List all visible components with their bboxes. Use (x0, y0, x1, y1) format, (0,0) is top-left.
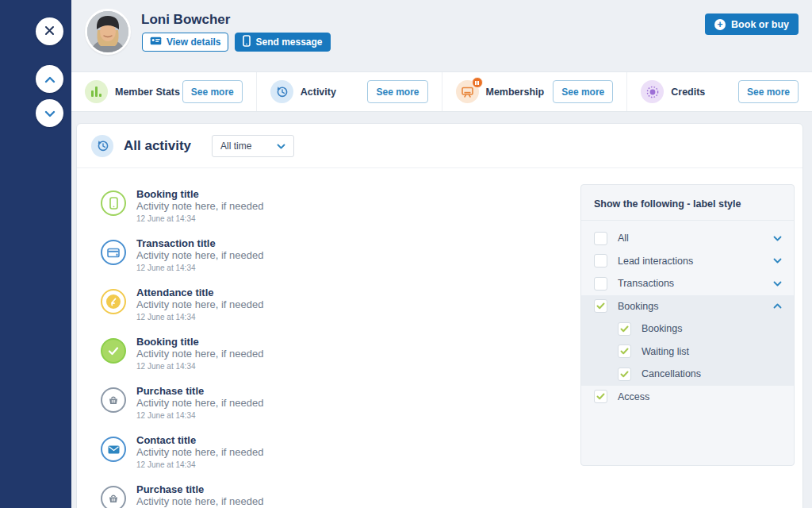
membership-card: Membership See more (442, 72, 627, 111)
activity-timestamp: 12 June at 14:34 (136, 214, 263, 223)
activity-title: Transaction title (136, 237, 263, 249)
scroll-up-button[interactable] (36, 65, 63, 93)
activity-title: Purchase title (136, 483, 263, 495)
activity-timestamp: 12 June at 14:34 (136, 411, 263, 420)
activity-title: Contact title (136, 434, 263, 446)
checkbox-checked[interactable] (618, 368, 631, 381)
history-icon (91, 135, 113, 157)
activity-timestamp: 12 June at 14:34 (136, 460, 263, 469)
filter-option-bookings[interactable]: Bookings (581, 295, 794, 318)
see-more-button[interactable]: See more (553, 80, 613, 103)
filter-option-label: Waiting list (642, 346, 689, 357)
filter-option-label: Lead interactions (618, 256, 693, 267)
activity-title: Booking title (136, 336, 263, 348)
paused-badge (472, 77, 483, 88)
list-item: Booking title Activity note here, if nee… (101, 190, 545, 240)
time-filter-value: All time (220, 140, 251, 152)
checkbox-unchecked[interactable] (594, 277, 607, 291)
activity-title: Attendance title (136, 287, 263, 298)
credits-card: Credits See more (626, 72, 812, 111)
activity-note: Activity note here, if needed (136, 298, 263, 310)
list-item: Purchase title Activity note here, if ne… (101, 486, 545, 508)
filter-option-label: Bookings (618, 301, 658, 312)
close-icon (44, 25, 55, 39)
chevron-down-icon (44, 106, 56, 121)
send-message-button[interactable]: Send message (235, 33, 330, 52)
panel-header: All activity All time (77, 124, 802, 168)
filter-option-all[interactable]: All (581, 227, 794, 250)
see-more-button[interactable]: See more (738, 80, 799, 103)
card-label: Credits (671, 87, 705, 98)
activity-note: Activity note here, if needed (136, 495, 263, 507)
list-item: Attendance title Activity note here, if … (101, 289, 545, 338)
filter-option-label: All (618, 233, 629, 244)
panel-title: All activity (124, 138, 191, 154)
activity-timestamp: 12 June at 14:34 (136, 264, 263, 272)
plus-icon: + (714, 19, 726, 30)
checkbox-unchecked[interactable] (594, 254, 607, 267)
filter-option-label: Access (618, 391, 649, 402)
activity-note: Activity note here, if needed (136, 348, 263, 360)
chevron-down-icon[interactable] (773, 258, 782, 264)
filter-option-label: Bookings (642, 323, 682, 334)
bar-chart-icon (85, 80, 108, 103)
card-label: Activity (301, 87, 336, 98)
chevron-down-icon[interactable] (773, 281, 782, 287)
mail-icon (101, 437, 126, 462)
list-item: Booking title Activity note here, if nee… (101, 338, 545, 387)
book-or-buy-label: Book or buy (731, 19, 789, 30)
activity-filter-panel: Show the following - label style All Lea… (580, 184, 795, 466)
all-activity-panel: All activity All time Booking title Acti… (76, 123, 803, 508)
member-stats-card: Member Stats See more (71, 72, 256, 111)
filter-suboption-waiting-list[interactable]: Waiting list (581, 341, 794, 364)
membership-card-icon (456, 80, 479, 103)
chevron-down-icon[interactable] (773, 236, 782, 241)
list-item: Transaction title Activity note here, if… (101, 240, 545, 289)
list-item: Contact title Activity note here, if nee… (101, 437, 545, 486)
credit-card-icon (101, 240, 126, 265)
phone-icon (101, 190, 126, 216)
see-more-button[interactable]: See more (182, 80, 243, 103)
activity-note: Activity note here, if needed (136, 249, 263, 261)
activity-note: Activity note here, if needed (136, 446, 263, 458)
checkbox-unchecked[interactable] (594, 232, 607, 245)
filter-option-label: Transactions (618, 278, 674, 289)
activity-card: Activity See more (256, 72, 442, 111)
filter-option-lead-interactions[interactable]: Lead interactions (581, 250, 794, 273)
filter-option-transactions[interactable]: Transactions (581, 272, 794, 295)
time-filter-dropdown[interactable]: All time (212, 135, 294, 157)
basket-icon (101, 387, 126, 413)
activity-title: Booking title (136, 188, 263, 200)
history-icon (270, 80, 293, 103)
left-sidebar (0, 0, 71, 508)
view-details-button[interactable]: View details (142, 33, 228, 52)
chevron-up-icon[interactable] (773, 303, 782, 309)
id-card-icon (150, 37, 162, 48)
filter-option-label: Cancellations (642, 368, 701, 379)
checkbox-checked[interactable] (594, 390, 607, 403)
view-details-label: View details (167, 37, 220, 48)
scroll-down-button[interactable] (36, 99, 63, 127)
checkbox-checked[interactable] (618, 322, 631, 336)
checkbox-checked[interactable] (618, 344, 631, 358)
close-button[interactable] (36, 17, 63, 45)
activity-list: Booking title Activity note here, if nee… (101, 190, 545, 508)
filter-suboption-cancellations[interactable]: Cancellations (581, 363, 794, 386)
activity-note: Activity note here, if needed (136, 200, 263, 212)
book-or-buy-button[interactable]: + Book or buy (705, 13, 799, 35)
card-label: Member Stats (115, 87, 180, 98)
avatar (85, 9, 131, 55)
list-item: Purchase title Activity note here, if ne… (101, 387, 545, 437)
see-more-button[interactable]: See more (367, 80, 427, 103)
activity-note: Activity note here, if needed (136, 397, 263, 409)
filter-options: All Lead interactions Transactions (581, 221, 794, 408)
filter-option-access[interactable]: Access (581, 386, 794, 409)
tap-icon (101, 289, 126, 314)
activity-timestamp: 12 June at 14:34 (136, 362, 263, 371)
checkbox-checked[interactable] (594, 299, 607, 313)
filter-panel-title: Show the following - label style (581, 185, 794, 221)
filter-suboption-bookings[interactable]: Bookings (581, 318, 794, 341)
send-message-label: Send message (255, 37, 322, 48)
summary-cards-row: Member Stats See more Activity See more … (71, 71, 812, 112)
chevron-down-icon (277, 140, 285, 152)
